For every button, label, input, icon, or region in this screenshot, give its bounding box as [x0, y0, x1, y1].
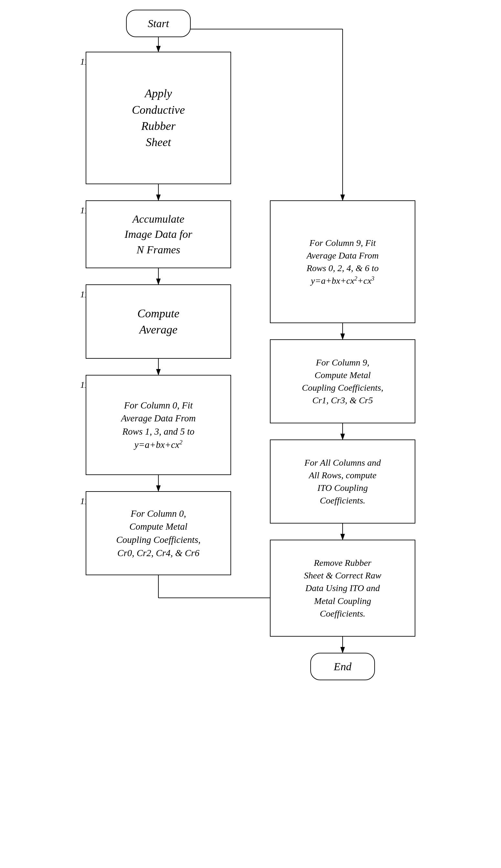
end-label: End	[334, 661, 352, 673]
box-1118-label: Remove RubberSheet & Correct RawData Usi…	[304, 557, 381, 620]
box-1114-label: For Column 9,Compute MetalCoupling Coeff…	[302, 356, 383, 407]
box-1118: Remove RubberSheet & Correct RawData Usi…	[270, 540, 415, 636]
box-1106: ComputeAverage	[86, 285, 231, 359]
box-1114: For Column 9,Compute MetalCoupling Coeff…	[270, 339, 415, 424]
box-1116-label: For All Columns andAll Rows, computeITO …	[305, 456, 381, 507]
start-label: Start	[148, 18, 169, 30]
flowchart: Start 1102 ApplyConductiveRubberSheet 11…	[0, 0, 501, 868]
box-1102-label: ApplyConductiveRubberSheet	[132, 85, 185, 151]
box-1106-label: ComputeAverage	[137, 306, 179, 338]
box-1110: For Column 0,Compute MetalCoupling Coeff…	[86, 491, 231, 575]
box-1108: For Column 0, FitAverage Data FromRows 1…	[86, 375, 231, 475]
box-1112-label: For Column 9, FitAverage Data FromRows 0…	[307, 237, 379, 287]
box-1116: For All Columns andAll Rows, computeITO …	[270, 439, 415, 524]
arrows-svg	[0, 0, 501, 868]
box-1108-label: For Column 0, FitAverage Data FromRows 1…	[121, 399, 196, 451]
box-1112: For Column 9, FitAverage Data FromRows 0…	[270, 200, 415, 323]
box-1104-label: AccumulateImage Data forN Frames	[125, 211, 192, 258]
box-1110-label: For Column 0,Compute MetalCoupling Coeff…	[116, 507, 201, 559]
start-node: Start	[126, 10, 191, 37]
box-1104: AccumulateImage Data forN Frames	[86, 200, 231, 268]
end-node: End	[310, 653, 375, 680]
box-1102: ApplyConductiveRubberSheet	[86, 52, 231, 184]
